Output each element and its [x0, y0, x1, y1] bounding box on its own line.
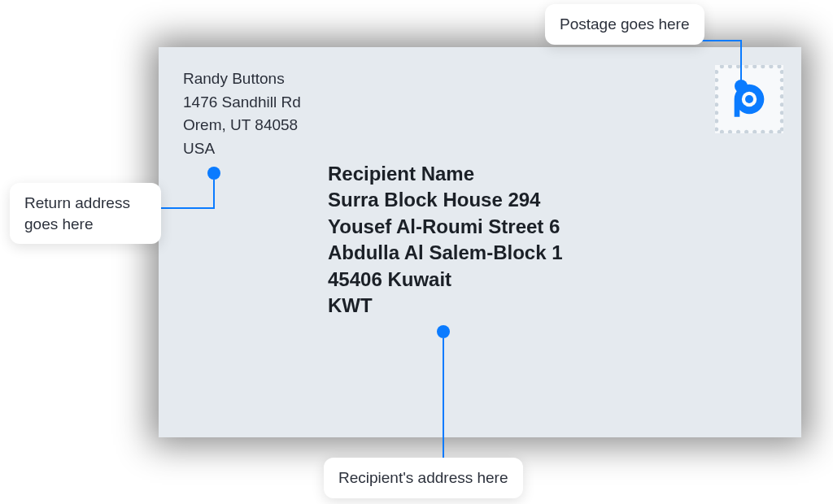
svg-point-34 — [745, 95, 753, 103]
pointer-dot — [207, 167, 220, 180]
postage-stamp — [715, 65, 783, 133]
pointer-line — [740, 40, 742, 80]
recipient-postal-city: 45406 Kuwait — [328, 267, 563, 293]
pointer-dot — [735, 80, 748, 93]
pointer-line — [443, 338, 444, 458]
callout-return-address: Return address goes here — [10, 183, 161, 244]
pointer-line — [213, 180, 215, 209]
pointer-line — [700, 40, 742, 41]
envelope-diagram: Randy Buttons 1476 Sandhill Rd Orem, UT … — [0, 0, 833, 504]
return-city-line: Orem, UT 84058 — [183, 114, 301, 137]
recipient-line3: Abdulla Al Salem-Block 1 — [328, 240, 563, 266]
recipient-line1: Surra Block House 294 — [328, 187, 563, 213]
pointer-dot — [437, 325, 450, 338]
return-address-block: Randy Buttons 1476 Sandhill Rd Orem, UT … — [183, 67, 301, 160]
envelope: Randy Buttons 1476 Sandhill Rd Orem, UT … — [159, 47, 801, 437]
recipient-line2: Yousef Al-Roumi Street 6 — [328, 214, 563, 240]
return-street: 1476 Sandhill Rd — [183, 91, 301, 115]
recipient-country-code: KWT — [328, 293, 563, 319]
recipient-address-block: Recipient Name Surra Block House 294 You… — [328, 161, 563, 319]
recipient-name: Recipient Name — [328, 161, 563, 187]
callout-postage: Postage goes here — [545, 4, 704, 45]
return-country: USA — [183, 137, 301, 161]
return-name: Randy Buttons — [183, 67, 301, 91]
callout-recipient-address: Recipient's address here — [324, 458, 523, 498]
